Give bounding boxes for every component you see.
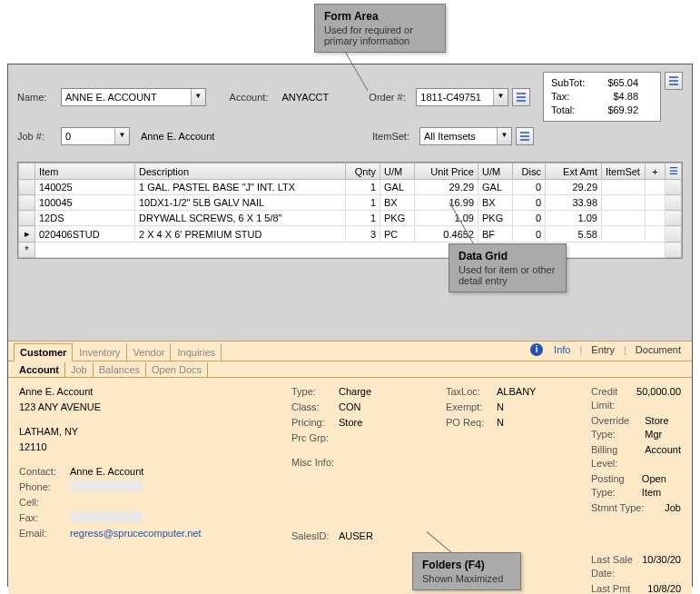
cell-um1[interactable]: PC — [380, 226, 415, 243]
cell-qty[interactable]: 1 — [346, 195, 380, 211]
cell-item[interactable]: 140025 — [35, 180, 135, 195]
callout-form-area: Form Area Used for required or primary i… — [314, 4, 446, 53]
cell-disc[interactable]: 0 — [513, 226, 546, 243]
callout-folders: Folders (F4) Shown Maximized — [412, 552, 521, 590]
cell-um1[interactable]: GAL — [380, 180, 415, 195]
folders-panel: Customer Inventory Vendor Inquiries i In… — [8, 341, 692, 594]
cell-plus[interactable] — [646, 195, 665, 211]
cell-item[interactable]: 020406STUD — [35, 226, 135, 243]
itemset-combo[interactable]: All Itemsets ▼ — [419, 127, 512, 145]
table-row[interactable]: 12DSDRYWALL SCREWS, 6 X 1 5/8"1PKG1.09PK… — [19, 211, 682, 226]
cell-plus[interactable] — [646, 180, 665, 195]
credit-value: 50,000.00 — [636, 385, 681, 412]
chevron-down-icon[interactable]: ▼ — [493, 89, 508, 105]
document-link[interactable]: Document — [630, 344, 686, 355]
col-qty[interactable]: Qnty — [346, 163, 380, 180]
cell-itemset[interactable] — [602, 226, 646, 243]
cell-um1[interactable]: PKG — [380, 211, 415, 226]
name-label: Name: — [17, 92, 57, 103]
col-ext[interactable]: Ext Amt — [546, 163, 602, 180]
chevron-down-icon[interactable]: ▼ — [114, 128, 129, 144]
cell-item[interactable]: 100045 — [35, 195, 135, 211]
table-row[interactable]: 10004510DX1-1/2" 5LB GALV NAIL1BX16.99BX… — [19, 195, 682, 211]
col-plus[interactable]: + — [646, 163, 665, 180]
table-row-new[interactable]: * — [19, 243, 682, 258]
cell-disc[interactable]: 0 — [513, 180, 546, 195]
tax-value: $4.88 — [614, 90, 639, 104]
table-row[interactable]: ▸020406STUD2 X 4 X 6' PREMIUM STUD3PC0.4… — [19, 226, 682, 243]
col-um1[interactable]: U/M — [380, 163, 415, 180]
cell-item[interactable]: 12DS — [35, 211, 135, 226]
cell-tail — [665, 226, 682, 243]
cell-qty[interactable]: 3 — [346, 226, 380, 243]
cell-ext[interactable]: 5.58 — [546, 226, 602, 243]
cell-desc[interactable]: 2 X 4 X 6' PREMIUM STUD — [135, 226, 346, 243]
col-price[interactable]: Unit Price — [415, 163, 478, 180]
cell-um2[interactable]: BF — [478, 226, 513, 243]
cell-desc[interactable]: 10DX1-1/2" 5LB GALV NAIL — [135, 195, 346, 211]
table-row[interactable]: 1400251 GAL. PASTEL BASE "J" INT. LTX1GA… — [19, 180, 682, 195]
col-item[interactable]: Item — [35, 163, 135, 180]
tab-vendor[interactable]: Vendor — [127, 343, 172, 361]
subtab-balances[interactable]: Balances — [94, 362, 146, 377]
cell-ext[interactable]: 33.98 — [546, 195, 602, 211]
grid-menu-button[interactable] — [665, 163, 682, 180]
cell-qty[interactable]: 1 — [346, 211, 380, 226]
cell-tail — [665, 180, 682, 195]
subtab-opendocs[interactable]: Open Docs — [146, 362, 208, 377]
items-grid[interactable]: Item Description Qnty U/M Unit Price U/M… — [17, 162, 683, 259]
cell-itemset[interactable] — [602, 195, 646, 211]
email-label: Email: — [19, 527, 70, 540]
entry-link[interactable]: Entry — [586, 344, 620, 355]
fax-label: Fax: — [19, 511, 70, 525]
account-label: Account: — [230, 92, 279, 103]
cell-disc[interactable]: 0 — [513, 211, 546, 226]
cell-plus[interactable] — [646, 226, 665, 243]
salesid-label: SalesID: — [291, 530, 339, 543]
itemset-value: All Itemsets — [420, 131, 497, 142]
itemset-label: ItemSet: — [372, 131, 416, 142]
chevron-down-icon[interactable]: ▼ — [191, 89, 205, 105]
cell-tail — [665, 195, 682, 211]
cell-um1[interactable]: BX — [380, 195, 415, 211]
override-value: Store Mgr — [645, 414, 681, 441]
col-um2[interactable]: U/M — [478, 163, 513, 180]
email-value[interactable]: regress@sprucecomputer.net — [70, 527, 201, 540]
job-combo[interactable]: 0 ▼ — [61, 127, 130, 145]
chevron-down-icon[interactable]: ▼ — [497, 128, 511, 144]
cell-empty[interactable] — [35, 243, 665, 258]
cell-um2[interactable]: PKG — [478, 211, 513, 226]
cell-um2[interactable]: GAL — [478, 180, 513, 195]
itemset-menu-button[interactable] — [516, 127, 534, 145]
cell-ext[interactable]: 29.29 — [546, 180, 602, 195]
order-combo[interactable]: 1811-C49751 ▼ — [416, 88, 508, 106]
cell-qty[interactable]: 1 — [346, 180, 380, 195]
cell-price[interactable]: 16.99 — [415, 195, 478, 211]
name-combo[interactable]: ANNE E. ACCOUNT ▼ — [61, 88, 206, 106]
cell-itemset[interactable] — [602, 211, 646, 226]
col-desc[interactable]: Description — [135, 163, 346, 180]
cell-um2[interactable]: BX — [478, 195, 513, 211]
cell-ext[interactable]: 1.09 — [546, 211, 602, 226]
cell-itemset[interactable] — [602, 180, 646, 195]
subtab-job[interactable]: Job — [65, 362, 94, 377]
subtab-account[interactable]: Account — [14, 362, 65, 377]
totals-menu-button[interactable] — [665, 72, 683, 90]
col-itemset[interactable]: ItemSet — [602, 163, 646, 180]
info-link[interactable]: Info — [548, 344, 576, 355]
cell-disc[interactable]: 0 — [513, 195, 546, 211]
taxloc-value: ALBANY — [497, 385, 536, 399]
pricing-label: Pricing: — [291, 416, 339, 430]
cell-desc[interactable]: 1 GAL. PASTEL BASE "J" INT. LTX — [135, 180, 346, 195]
tab-customer[interactable]: Customer — [14, 343, 73, 361]
col-disc[interactable]: Disc — [513, 163, 546, 180]
callout-desc: Used for required or primary information — [324, 25, 436, 46]
cell-price[interactable]: 1.09 — [415, 211, 478, 226]
cell-plus[interactable] — [646, 211, 665, 226]
prcgrp-label: Prc Grp: — [291, 431, 339, 445]
tab-inquiries[interactable]: Inquiries — [171, 343, 222, 361]
tab-inventory[interactable]: Inventory — [73, 343, 126, 361]
cell-price[interactable]: 29.29 — [415, 180, 478, 195]
order-menu-button[interactable] — [512, 88, 530, 106]
cell-desc[interactable]: DRYWALL SCREWS, 6 X 1 5/8" — [135, 211, 346, 226]
